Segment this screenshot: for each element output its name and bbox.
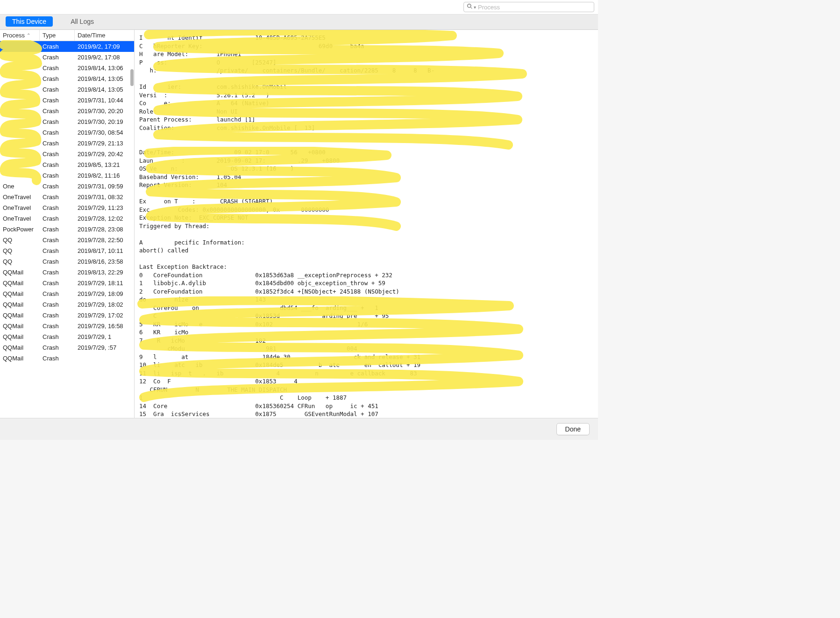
cell-type: Crash: [40, 74, 75, 83]
column-header-type[interactable]: Type: [40, 30, 75, 41]
cell-process: QQMail: [0, 300, 40, 309]
cell-date: 2019/7/29, 1: [75, 332, 134, 341]
cell-date: 2019/8/14, 13:05: [75, 85, 134, 94]
cell-process: [0, 150, 40, 158]
column-header-process[interactable]: Process ⌃: [0, 30, 40, 41]
cell-process: QQMail: [0, 343, 40, 352]
tab-all-logs[interactable]: All Logs: [64, 16, 100, 27]
table-row[interactable]: OneCrash2019/7/31, 09:59: [0, 181, 134, 192]
tab-this-device[interactable]: This Device: [6, 16, 53, 27]
table-row[interactable]: OneTravelCrash2019/7/28, 12:02: [0, 213, 134, 224]
cell-type: Crash: [40, 85, 75, 94]
cell-type: Crash: [40, 268, 75, 277]
done-button[interactable]: Done: [556, 423, 590, 435]
cell-type: Crash: [40, 64, 75, 72]
table-row[interactable]: QQMailCrash2019/7/29, 17:02: [0, 310, 134, 321]
cell-process: QQ: [0, 246, 40, 255]
cell-date: 2019/8/13, 22:29: [75, 268, 134, 277]
cell-date: 2019/7/29, 18:09: [75, 289, 134, 298]
column-headers: Process ⌃ Type Date/Time: [0, 30, 134, 41]
table-row[interactable]: QQMailCrash2019/7/29, 18:09: [0, 288, 134, 299]
cell-process: [0, 139, 40, 148]
tab-bar: This Device All Logs: [0, 14, 598, 30]
cell-type: Crash: [40, 117, 75, 126]
search-dropdown-chevron-icon[interactable]: ▾: [474, 5, 476, 10]
footer-bar: Done: [0, 418, 598, 440]
table-row[interactable]: Crash2019/7/30, 20:19: [0, 116, 134, 127]
top-search-bar: ▾: [0, 0, 598, 14]
table-row[interactable]: Crash2019/8/14, 13:06: [0, 63, 134, 73]
cell-date: 2019/7/29, 20:42: [75, 150, 134, 158]
cell-date: 2019/7/29, 11:23: [75, 203, 134, 212]
cell-type: Crash: [40, 236, 75, 244]
column-header-type-label: Type: [43, 32, 56, 39]
table-row[interactable]: QQMailCrash2019/7/29, :57: [0, 342, 134, 353]
cell-process: QQMail: [0, 332, 40, 341]
table-row[interactable]: QQMailCrash2019/7/29, 18:02: [0, 299, 134, 310]
cell-date: 2019/7/30, 20:19: [75, 117, 134, 126]
cell-date: 2019/7/28, 12:02: [75, 214, 134, 223]
table-row[interactable]: QQMailCrash2019/7/29, 18:11: [0, 278, 134, 288]
table-row[interactable]: QQCrash2019/8/17, 10:11: [0, 245, 134, 256]
table-row[interactable]: Crash2019/9/2, 17:09: [0, 41, 134, 52]
cell-process: [0, 64, 40, 72]
table-row[interactable]: Crash2019/7/29, 21:13: [0, 138, 134, 149]
cell-type: Crash: [40, 182, 75, 191]
table-row[interactable]: Crash2019/9/2, 17:08: [0, 52, 134, 63]
cell-type: Crash: [40, 354, 75, 363]
cell-date: [75, 354, 134, 363]
cell-date: 2019/8/5, 13:21: [75, 160, 134, 169]
table-row[interactable]: Crash2019/7/31, 10:44: [0, 95, 134, 106]
table-row[interactable]: OneTravelCrash2019/7/31, 08:32: [0, 192, 134, 202]
table-row[interactable]: Crash2019/7/30, 08:54: [0, 127, 134, 138]
table-row[interactable]: OneTravelCrash2019/7/29, 11:23: [0, 202, 134, 213]
cell-process: OneTravel: [0, 193, 40, 201]
log-list-sidebar: Process ⌃ Type Date/Time Crash2019/9/2, …: [0, 30, 135, 418]
table-row[interactable]: QQMailCrash2019/7/29, 1: [0, 331, 134, 342]
cell-date: 2019/8/17, 10:11: [75, 246, 134, 255]
cell-type: Crash: [40, 225, 75, 234]
cell-type: Crash: [40, 289, 75, 298]
cell-process: One: [0, 182, 40, 191]
cell-process: QQMail: [0, 322, 40, 331]
table-row[interactable]: QQCrash2019/8/16, 23:58: [0, 256, 134, 267]
table-row[interactable]: PockPowerCrash2019/7/28, 23:08: [0, 224, 134, 235]
cell-date: 2019/7/29, 21:13: [75, 139, 134, 148]
cell-process: [0, 117, 40, 126]
table-row[interactable]: Crash2019/8/14, 13:05: [0, 73, 134, 84]
crash-report-detail[interactable]: I nt Identif 10-485D-A695-2A755E5 C hRep…: [135, 30, 598, 418]
cell-process: QQMail: [0, 268, 40, 277]
cell-date: 2019/8/14, 13:05: [75, 74, 134, 83]
table-row[interactable]: QQCrash2019/7/28, 22:50: [0, 235, 134, 245]
cell-type: Crash: [40, 150, 75, 158]
cell-type: Crash: [40, 203, 75, 212]
cell-type: Crash: [40, 42, 75, 51]
cell-process: [0, 128, 40, 137]
cell-date: 2019/7/31, 10:44: [75, 96, 134, 105]
search-input[interactable]: [478, 4, 591, 11]
cell-process: QQMail: [0, 289, 40, 298]
cell-process: [0, 85, 40, 94]
cell-type: Crash: [40, 300, 75, 309]
scrollbar-thumb[interactable]: [130, 69, 134, 86]
cell-process: [0, 74, 40, 83]
cell-process: QQMail: [0, 279, 40, 287]
table-row[interactable]: Crash2019/8/14, 13:05: [0, 84, 134, 95]
cell-type: Crash: [40, 343, 75, 352]
cell-type: Crash: [40, 332, 75, 341]
cell-date: 2019/8/2, 11:16: [75, 171, 134, 180]
cell-type: Crash: [40, 279, 75, 287]
table-row[interactable]: QQMailCrash2019/7/29, 16:58: [0, 321, 134, 331]
table-row[interactable]: Crash2019/7/30, 20:20: [0, 106, 134, 116]
cell-process: OneTravel: [0, 203, 40, 212]
column-header-date[interactable]: Date/Time: [75, 30, 134, 41]
table-row[interactable]: QQMailCrash: [0, 353, 134, 364]
table-row[interactable]: QQMailCrash2019/8/13, 22:29: [0, 267, 134, 278]
table-row[interactable]: Crash2019/8/5, 13:21: [0, 159, 134, 170]
cell-date: 2019/7/28, 22:50: [75, 236, 134, 244]
table-row[interactable]: Crash2019/7/29, 20:42: [0, 149, 134, 159]
table-row[interactable]: Crash2019/8/2, 11:16: [0, 170, 134, 181]
search-box[interactable]: ▾: [463, 2, 594, 12]
cell-type: Crash: [40, 128, 75, 137]
cell-type: Crash: [40, 246, 75, 255]
